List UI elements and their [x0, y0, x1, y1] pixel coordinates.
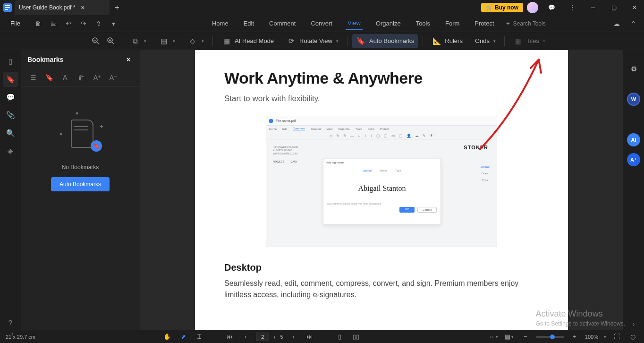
collapse-ribbon-icon[interactable]: ⌃ [627, 17, 640, 30]
fig-tab-type: Type [395, 169, 401, 172]
thumbnails-icon[interactable]: ▯ [3, 54, 18, 69]
rotate-label: Rotate View [299, 37, 332, 44]
tab-title: User Guide Book.pdf * [19, 4, 75, 11]
menu-view[interactable]: View [346, 17, 363, 30]
close-tab-icon[interactable]: × [79, 4, 86, 11]
add-tab-button[interactable]: + [110, 0, 125, 15]
prev-panel-icon[interactable]: ‹ [7, 328, 18, 339]
zoom-slider[interactable] [536, 336, 564, 338]
page-display-button[interactable]: ▤▾ [155, 34, 179, 48]
empty-bookmarks-illustration: ✦ ✦ ✦ 🔖 [57, 110, 104, 157]
menu-organize[interactable]: Organize [374, 17, 403, 30]
fig-cancel-button: Cancel [417, 207, 437, 213]
translate-icon[interactable]: A⁺ [627, 153, 640, 166]
tiles-icon: ▦ [513, 36, 524, 46]
buy-now-button[interactable]: 🛒 Buy now [481, 3, 523, 12]
cloud-icon[interactable]: ☁ [610, 17, 623, 30]
undo-icon[interactable]: ↶ [62, 17, 75, 30]
fig-dialog-title: Add signature [323, 159, 441, 166]
single-page-icon[interactable]: ▯ [334, 331, 346, 343]
add-bookmark-icon[interactable]: 🔖 [43, 72, 55, 83]
ai-assistant-icon[interactable]: AI [627, 133, 640, 146]
decrease-size-icon[interactable]: A⁻ [108, 72, 119, 83]
search-rail-icon[interactable]: 🔍 [3, 126, 18, 141]
zoom-in-status-icon[interactable]: + [569, 331, 580, 343]
document-tab[interactable]: User Guide Book.pdf * × [15, 0, 110, 15]
menu-form[interactable]: Form [443, 17, 461, 30]
select-tool-icon[interactable]: ⬈ [178, 331, 189, 343]
dropdown-icon[interactable]: ▾ [107, 17, 120, 30]
maximize-button[interactable]: ▢ [604, 0, 623, 15]
search-tools[interactable]: ✦ Search Tools [506, 20, 546, 27]
increase-size-icon[interactable]: A⁺ [92, 72, 103, 83]
buy-now-label: Buy now [495, 4, 518, 11]
first-page-icon[interactable]: ⏮ [224, 331, 235, 343]
ai-read-mode-button[interactable]: ▦ AI Read Mode [218, 34, 278, 48]
auto-bookmarks-button[interactable]: 🔖 Auto Bookmarks [352, 34, 418, 48]
user-avatar[interactable] [527, 2, 538, 13]
ruler-icon: 📐 [432, 36, 442, 46]
svg-rect-1 [5, 5, 10, 6]
search-tools-label: Search Tools [513, 20, 546, 27]
layers-icon[interactable]: ◈ [3, 144, 18, 159]
zoom-out-status-icon[interactable]: − [520, 331, 531, 343]
prev-page-icon[interactable]: ‹ [240, 331, 251, 343]
save-icon[interactable]: 🗎 [32, 17, 45, 30]
menu-convert[interactable]: Convert [309, 17, 334, 30]
fig-filename: File name.pdf [276, 119, 296, 122]
app-logo-icon [0, 0, 15, 15]
attachments-icon[interactable]: 📎 [3, 108, 18, 123]
fit-actual-icon: ⧉ [130, 36, 140, 46]
current-page-input[interactable] [256, 333, 269, 341]
fit-actual-button[interactable]: ⧉▾ [126, 34, 150, 48]
presentation-icon[interactable]: ◷ [627, 331, 638, 343]
delete-bookmark-icon[interactable]: 🗑 [76, 72, 87, 83]
panel-toolbar: ☰ 🔖 A̲ 🗑 A⁺ A⁻ [21, 69, 140, 86]
print-icon[interactable]: 🖶 [47, 17, 60, 30]
menu-comment[interactable]: Comment [267, 17, 297, 30]
left-rail: ▯ 🔖 💬 📎 🔍 ◈ ? ‹ [0, 50, 21, 330]
rotate-view-button[interactable]: ⟳ Rotate View▾ [282, 34, 342, 48]
text-select-icon[interactable]: Ꮖ [194, 331, 205, 343]
rulers-button[interactable]: 📐 Rulers [428, 34, 466, 48]
background-button[interactable]: ◇▾ [184, 34, 208, 48]
file-menu[interactable]: File [4, 18, 27, 29]
next-panel-icon[interactable]: › [628, 318, 639, 330]
word-convert-icon[interactable]: W [627, 93, 640, 106]
menu-edit[interactable]: Edit [242, 17, 256, 30]
menu-protect[interactable]: Protect [473, 17, 496, 30]
page-layout-icon[interactable]: ▤▾ [504, 331, 515, 343]
hand-tool-icon[interactable]: ✋ [161, 331, 173, 343]
menu-home[interactable]: Home [210, 17, 230, 30]
bookmarks-rail-icon[interactable]: 🔖 [3, 72, 18, 87]
feedback-icon[interactable]: 💬 [542, 0, 561, 15]
settings-sliders-icon[interactable]: ⚙ [626, 61, 641, 77]
fullscreen-icon[interactable]: ⛶ [611, 331, 622, 343]
more-menu-icon[interactable]: ⋮ [563, 0, 582, 15]
redo-icon[interactable]: ↷ [77, 17, 90, 30]
document-viewport[interactable]: Work Anytime & Anywhere Start to work wi… [140, 50, 623, 330]
next-page-icon[interactable]: › [288, 331, 299, 343]
fig-add-signature-dialog: Add signature Upload Draw Type Abigail S… [323, 159, 441, 225]
share-icon[interactable]: ⇪ [92, 17, 105, 30]
bookmark-icon: 🔖 [356, 36, 366, 46]
rename-icon[interactable]: A̲ [59, 72, 71, 83]
fit-width-icon[interactable]: ↔▾ [488, 331, 499, 343]
status-bar: 21 x 29.7 cm ✋ ⬈ Ꮖ ⏮ ‹ /5 › ⏭ ▯ ▯▯ ↔▾ ▤▾… [0, 330, 644, 343]
ai-read-icon: ▦ [221, 36, 232, 46]
close-window-button[interactable]: ✕ [625, 0, 644, 15]
grids-button[interactable]: Grids▾ [471, 35, 500, 46]
zoom-out-icon[interactable] [91, 36, 101, 46]
tiles-button[interactable]: ▦ Tiles▾ [509, 34, 549, 48]
zoom-in-icon[interactable] [106, 36, 116, 46]
last-page-icon[interactable]: ⏭ [304, 331, 315, 343]
close-panel-icon[interactable]: × [124, 55, 133, 64]
cart-icon: 🛒 [486, 4, 493, 11]
minimize-button[interactable]: ─ [584, 0, 602, 15]
menu-tools[interactable]: Tools [414, 17, 432, 30]
comments-icon[interactable]: 💬 [3, 90, 18, 105]
auto-bookmarks-panel-button[interactable]: Auto Bookmarks [51, 177, 110, 191]
continuous-page-icon[interactable]: ▯▯ [350, 331, 362, 343]
list-view-icon[interactable]: ☰ [27, 72, 39, 83]
fig-side-draw: Draw [476, 170, 494, 177]
